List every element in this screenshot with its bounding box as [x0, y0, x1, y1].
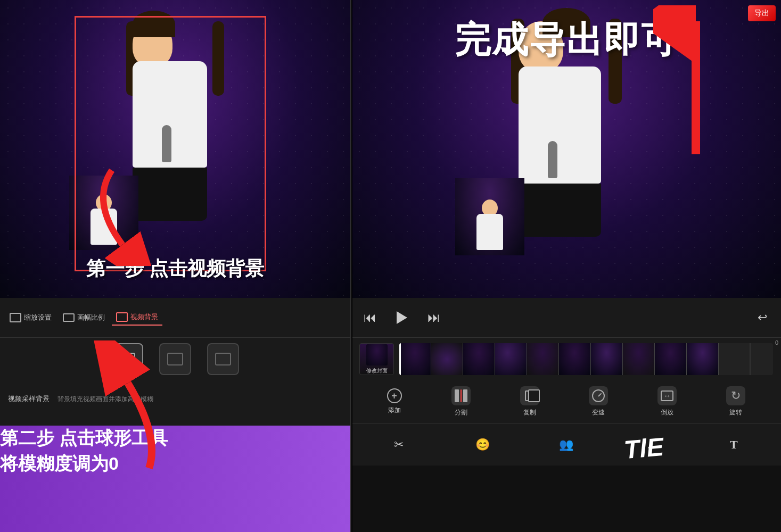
skip-prev-btn[interactable]: ⏮ — [362, 310, 378, 326]
toolbar-resize-label: 缩放设置 — [24, 313, 52, 322]
add-label: 添加 — [388, 406, 401, 415]
left-toolbar: 缩放设置 画幅比例 视频背景 — [0, 298, 350, 338]
toolbar-aspect-label: 画幅比例 — [77, 313, 105, 322]
skip-next-btn[interactable]: ⏭ — [426, 310, 442, 326]
frame-8 — [623, 343, 655, 375]
step2-line2: 将模糊度调为0 — [0, 451, 350, 477]
play-icon — [397, 311, 407, 324]
video-bg-icon — [116, 312, 128, 322]
right-action-bar: ✂ 😊 👥 ♪ T — [351, 423, 781, 466]
play-btn[interactable] — [394, 310, 410, 326]
tle-text: TlE — [623, 433, 665, 464]
cover-label: 修改封面 — [366, 367, 388, 375]
step2-line1: 第二步 点击球形工具 — [0, 426, 350, 451]
tool-btn-1[interactable] — [111, 343, 143, 375]
toolbar-videobg[interactable]: 视频背景 — [112, 310, 162, 326]
skip-prev-icon: ⏮ — [364, 310, 376, 325]
right-person-mic — [548, 141, 557, 178]
right-person-body — [519, 66, 601, 184]
toolbar-videobg-label: 视频背景 — [130, 312, 158, 322]
split-icon — [455, 389, 467, 402]
frame-1 — [399, 343, 431, 375]
split-bar-2 — [463, 389, 467, 402]
frame-4 — [495, 343, 527, 375]
right-person-skirt — [519, 184, 601, 237]
frame-10 — [687, 343, 719, 375]
left-gradient-overlay: 第二步 点击球形工具 将模糊度调为0 — [0, 426, 350, 532]
timeline-strip[interactable] — [399, 343, 773, 375]
toolbar-aspect[interactable]: 画幅比例 — [59, 310, 109, 325]
tool-icon-3 — [215, 353, 231, 365]
left-video-preview: 第一步 点击视频背景 — [0, 0, 350, 298]
split-label: 分割 — [455, 408, 467, 417]
scissors-action[interactable]: ✂ — [387, 433, 410, 456]
right-small-person — [455, 178, 524, 255]
left-tool-buttons — [0, 338, 350, 380]
copy-label: 复制 — [523, 408, 536, 417]
aspect-ratio-icon — [63, 313, 75, 322]
separator-line — [351, 0, 352, 532]
right-panel: 完成导出即可 导出 ⏮ — [351, 0, 781, 532]
cover-bg — [366, 344, 388, 365]
frame-6 — [559, 343, 591, 375]
tool-icon-2 — [167, 353, 183, 365]
timeline-frames — [399, 343, 773, 375]
right-mini-person — [476, 200, 503, 253]
right-small-figure — [455, 178, 524, 255]
frame-9 — [655, 343, 687, 375]
split-line — [461, 389, 462, 402]
toolbar-resize[interactable]: 缩放设置 — [5, 310, 56, 325]
right-video-preview: 完成导出即可 导出 — [351, 0, 781, 298]
skip-next-icon: ⏭ — [428, 310, 440, 325]
add-icon: + — [387, 388, 402, 403]
right-timeline: 修改封面 — [351, 338, 781, 380]
cover-thumbnail[interactable]: 修改封面 — [359, 343, 394, 375]
red-frame-border — [75, 16, 266, 271]
left-panel: 第一步 点击视频背景 缩放设置 画幅比例 — [0, 0, 351, 532]
tool-reverse[interactable]: ↔ 倒放 — [657, 386, 677, 417]
tool-inner-1 — [124, 355, 131, 363]
progress-indicator: 0 — [775, 339, 778, 346]
tool-copy[interactable]: 复制 — [520, 386, 539, 417]
main-container: 第一步 点击视频背景 缩放设置 画幅比例 — [0, 0, 781, 532]
export-label: 导出 — [754, 9, 769, 17]
text-action[interactable]: T — [722, 433, 745, 456]
tool-btn-2[interactable] — [159, 343, 191, 375]
people-icon: 👥 — [559, 438, 573, 452]
bg-label: 视频采样背景 — [8, 394, 50, 404]
frame-5 — [527, 343, 559, 375]
tool-split[interactable]: 分割 — [451, 386, 471, 417]
people-action[interactable]: 👥 — [554, 433, 578, 456]
scissors-icon: ✂ — [394, 438, 404, 452]
speed-icon — [592, 389, 605, 402]
speed-label: 变速 — [592, 408, 605, 417]
tool-btn-3[interactable] — [207, 343, 239, 375]
tool-add[interactable]: + 添加 — [387, 388, 402, 415]
split-bar-1 — [455, 389, 459, 402]
undo-btn[interactable]: ↩ — [754, 310, 770, 326]
step1-text: 第一步 点击视频背景 — [0, 256, 350, 282]
tool-icon-1 — [119, 353, 135, 365]
resize-icon — [10, 313, 21, 322]
cover-image — [366, 344, 388, 365]
bg-desc: 背景填充视频画面并添加高斯模糊 — [57, 395, 153, 404]
rotate-icon-wrap: ↻ — [726, 386, 745, 405]
frame-3 — [463, 343, 495, 375]
tool-speed[interactable]: 变速 — [589, 386, 608, 417]
emoji-action[interactable]: 😊 — [471, 433, 494, 456]
frame-7 — [591, 343, 623, 375]
frame-2 — [431, 343, 463, 375]
emoji-icon: 😊 — [475, 438, 490, 452]
step1-label: 第一步 点击视频背景 — [86, 257, 264, 279]
export-button[interactable]: 导出 — [748, 5, 776, 21]
reverse-icon-wrap: ↔ — [657, 386, 677, 405]
tle-badge: TlE — [623, 432, 665, 464]
step2-text: 第二步 点击球形工具 将模糊度调为0 — [0, 426, 350, 476]
right-mini-body — [476, 214, 503, 250]
undo-icon: ↩ — [758, 311, 767, 325]
tool-rotate[interactable]: ↻ 旋转 — [726, 386, 745, 417]
title-text-overlay: 完成导出即可 — [351, 16, 781, 64]
reverse-icon: ↔ — [661, 390, 673, 401]
right-toolbar: ⏮ ⏭ ↩ — [351, 298, 781, 338]
rotate-label: 旋转 — [729, 408, 742, 417]
